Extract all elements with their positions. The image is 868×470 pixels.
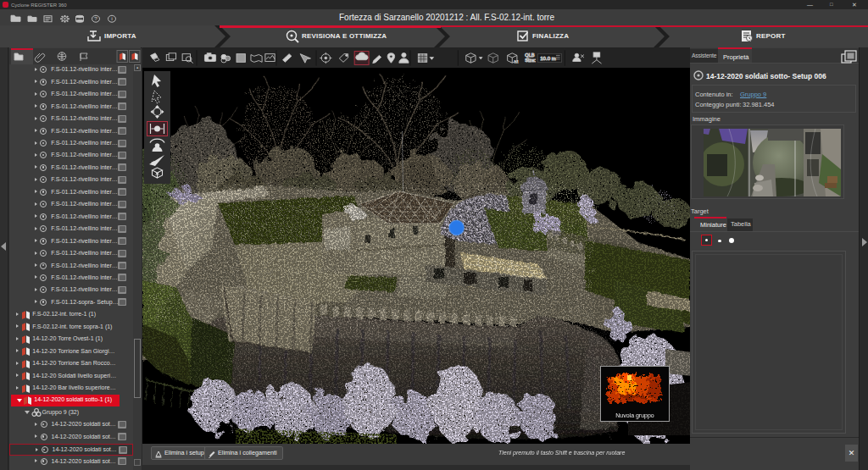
svg-text:QLB: QLB: [525, 53, 535, 58]
svg-text:M: M: [514, 58, 518, 64]
svg-text:Size:: Size:: [525, 58, 536, 64]
svg-text:10.0 m: 10.0 m: [540, 56, 556, 61]
